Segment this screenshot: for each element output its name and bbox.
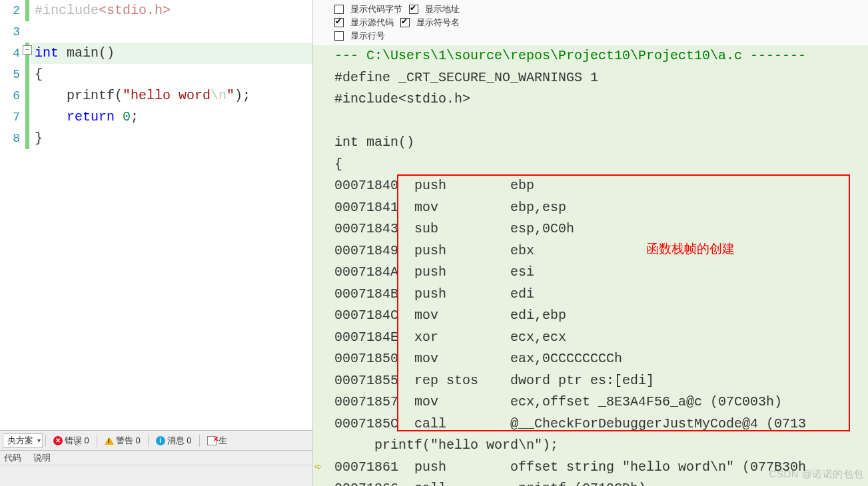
info-icon: i — [156, 436, 165, 445]
header-name: <stdio.h> — [99, 3, 171, 18]
current-instruction-arrow: ➪ — [314, 457, 322, 479]
line-number: 5 — [0, 64, 24, 85]
col-desc[interactable]: 说明 — [33, 452, 51, 464]
col-code[interactable]: 代码 — [4, 452, 21, 464]
disasm-body[interactable]: --- C:\Users\1\source\repos\Project10\Pr… — [313, 45, 868, 486]
errors-filter-button[interactable]: ✕错误 0 — [49, 433, 94, 448]
code-area[interactable]: 2 3 4 5 6 7 8 − #include<stdio.h> int ma… — [0, 0, 312, 430]
error-list-panel: 央方案 ▾ ✕错误 0 警告 0 i消息 0 生 代码 说明 — [0, 430, 312, 486]
dropdown-label: 央方案 — [7, 435, 33, 447]
error-icon: ✕ — [53, 436, 63, 445]
checkbox-show-symbols[interactable] — [400, 18, 410, 27]
annotation-label: 函数栈帧的创建 — [646, 238, 735, 260]
separator — [45, 435, 46, 447]
separator — [148, 435, 149, 447]
line-number: 2 — [0, 0, 24, 21]
error-list-toolbar: 央方案 ▾ ✕错误 0 警告 0 i消息 0 生 — [0, 431, 312, 451]
checkbox-show-source[interactable] — [334, 18, 344, 27]
disasm-source-line: int main() — [329, 132, 868, 154]
line-number: 3 — [0, 21, 24, 43]
disasm-source-line: printf("hello word\n"); — [329, 435, 868, 457]
fn-printf: printf — [67, 88, 115, 103]
watermark: CSDN @诺诺的包包 — [769, 463, 864, 485]
build-label: 生 — [218, 435, 227, 447]
chevron-down-icon: ▾ — [37, 437, 41, 444]
build-filter-button[interactable]: 生 — [203, 433, 232, 448]
annotation-box — [397, 174, 850, 431]
opt-show-bytes: 显示代码字节 — [350, 3, 402, 15]
fn-main: main — [59, 45, 99, 61]
disassembly-panel: 显示代码字节 显示地址 显示源代码 显示符号名 显示行号 --- C:\User… — [313, 0, 868, 486]
warnings-filter-button[interactable]: 警告 0 — [100, 433, 145, 448]
separator — [199, 435, 200, 447]
opt-show-symbols: 显示符号名 — [416, 17, 460, 29]
preproc: #include — [35, 3, 99, 18]
keyword-int: int — [35, 45, 59, 61]
separator — [97, 435, 97, 447]
checkbox-show-bytes[interactable] — [334, 5, 344, 14]
line-number: 7 — [0, 107, 24, 128]
brace-close: } — [31, 128, 312, 149]
disasm-source-line: #include<stdio.h> — [329, 89, 868, 111]
solution-dropdown[interactable]: 央方案 ▾ — [3, 433, 43, 448]
messages-filter-button[interactable]: i消息 0 — [151, 433, 197, 448]
opt-show-linenum: 显示行号 — [350, 30, 385, 42]
opt-show-source: 显示源代码 — [350, 17, 394, 29]
checkbox-show-linenum[interactable] — [334, 31, 344, 41]
keyword-return: return — [67, 109, 115, 124]
change-bar — [24, 0, 31, 430]
fold-toggle[interactable]: − — [23, 45, 32, 55]
opt-show-addr: 显示地址 — [425, 3, 460, 15]
string-literal: "hello word — [123, 88, 211, 103]
disasm-source-line: #define _CRT_SECURE_NO_WARNINGS 1 — [329, 67, 868, 89]
brace-open: { — [31, 64, 312, 85]
build-icon — [207, 436, 217, 445]
warning-icon — [105, 437, 114, 445]
line-number: 6 — [0, 85, 24, 107]
line-number: 8 — [0, 128, 24, 149]
source-editor-panel: 2 3 4 5 6 7 8 − #include<stdio.h> int ma… — [0, 0, 313, 486]
parens: () — [99, 45, 115, 61]
disasm-source-line: { — [329, 154, 868, 176]
error-list-header: 代码 说明 — [0, 451, 312, 465]
checkbox-show-addr[interactable] — [409, 5, 418, 14]
disasm-options: 显示代码字节 显示地址 显示源代码 显示符号名 显示行号 — [313, 0, 868, 45]
number-zero: 0 — [123, 109, 131, 124]
line-number: 4 — [0, 43, 24, 64]
messages-label: 消息 0 — [167, 435, 192, 447]
disasm-file-header: --- C:\Users\1\source\repos\Project10\Pr… — [329, 45, 868, 67]
escape-seq: \n — [211, 88, 226, 103]
errors-label: 错误 0 — [65, 435, 89, 447]
warnings-label: 警告 0 — [116, 435, 141, 447]
line-number-gutter: 2 3 4 5 6 7 8 — [0, 0, 24, 430]
code-lines[interactable]: − #include<stdio.h> int main() { printf(… — [31, 0, 312, 430]
disasm-source-line — [329, 111, 868, 132]
